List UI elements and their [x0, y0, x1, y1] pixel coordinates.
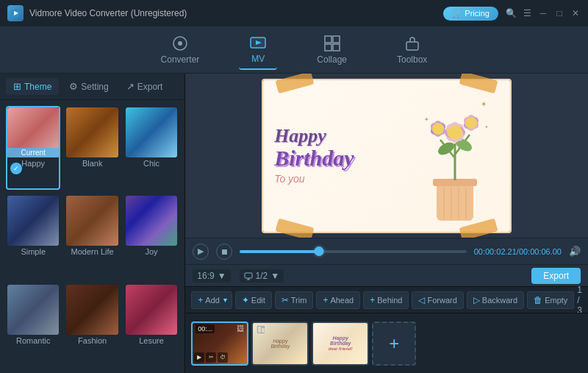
search-icon[interactable]: 🔍: [506, 8, 516, 18]
svg-text:✦: ✦: [481, 100, 487, 108]
svg-point-3: [178, 41, 182, 46]
film-item-3[interactable]: HappyBirthdaydear friend!: [312, 322, 369, 366]
svg-point-27: [432, 123, 444, 135]
aspect-ratio-chevron: ▼: [218, 271, 226, 281]
preview-card-container: Happy Birthday To you: [262, 79, 512, 233]
tab-export-label: Export: [137, 82, 163, 92]
backward-label: Backward: [482, 296, 517, 305]
behind-icon: +: [370, 295, 375, 305]
film-item-2-icon: [256, 324, 266, 338]
film-item-3-text: HappyBirthdaydear friend!: [329, 335, 353, 351]
theme-romantic-label: Romantic: [7, 335, 59, 347]
tab-setting[interactable]: ⚙ Setting: [62, 78, 115, 95]
svg-point-23: [448, 125, 462, 140]
menu-icon[interactable]: ☰: [522, 8, 532, 18]
options-bar: 16:9 ▼ 1/2 ▼ Export: [185, 264, 588, 286]
svg-rect-12: [437, 180, 473, 221]
maximize-icon[interactable]: □: [554, 8, 564, 18]
film-item-1-controls: ▶ ✂ ⏱: [194, 352, 228, 363]
progress-knob[interactable]: [315, 246, 324, 256]
top-navigation: Converter MV Collage Toolbox: [0, 26, 588, 74]
film-play-btn[interactable]: ▶: [194, 352, 204, 363]
export-tab-icon: ↗: [126, 81, 135, 92]
empty-button[interactable]: 🗑 Empty: [527, 291, 574, 309]
film-cut-btn[interactable]: ✂: [206, 352, 216, 363]
theme-modernlife[interactable]: Modern Life: [65, 194, 119, 278]
play-button[interactable]: ▶: [193, 244, 209, 260]
toolbox-icon: [404, 35, 421, 52]
tab-export[interactable]: ↗ Export: [119, 78, 171, 95]
page-count: 1 / 3: [577, 285, 582, 316]
add-label: Add: [205, 296, 220, 305]
toolbox-label: Toolbox: [397, 54, 427, 65]
titlebar: Vidmore Video Converter (Unregistered) 🛒…: [0, 0, 588, 26]
film-item-1-duration: 00:...: [196, 324, 215, 333]
theme-grid: Current ✓ Happy Blank Chic Simple: [0, 100, 184, 373]
time-display: 00:00:02.21/00:00:06.00: [474, 247, 562, 256]
tab-theme[interactable]: ⊞ Theme: [6, 78, 59, 95]
trim-label: Trim: [291, 296, 307, 305]
tab-setting-label: Setting: [81, 82, 108, 92]
add-clip-icon: +: [389, 333, 399, 354]
svg-rect-7: [325, 36, 331, 43]
forward-button[interactable]: ◁ Forward: [412, 291, 463, 309]
theme-fashion[interactable]: Fashion: [65, 283, 119, 367]
flower-illustration: ✦ ✦ ✦: [411, 85, 499, 224]
time-current: 00:00:02.21: [474, 247, 517, 256]
add-button[interactable]: + Add ▼: [191, 291, 232, 309]
pricing-button[interactable]: 🛒 Pricing: [443, 7, 498, 21]
film-image-icon: 🖼: [237, 324, 244, 333]
theme-fashion-label: Fashion: [66, 335, 118, 347]
edit-label: Edit: [251, 296, 265, 305]
birthday-toyou-text: To you: [274, 173, 305, 185]
nav-mv[interactable]: MV: [239, 29, 277, 70]
progress-bar[interactable]: [240, 250, 466, 253]
film-item-1[interactable]: 00:... ▶ ✂ ⏱ 🖼: [191, 322, 248, 366]
export-button[interactable]: Export: [531, 268, 581, 284]
edit-icon: ✦: [242, 295, 249, 305]
panel-tabs: ⊞ Theme ⚙ Setting ↗ Export: [0, 74, 184, 100]
edit-button[interactable]: ✦ Edit: [235, 291, 272, 309]
minimize-icon[interactable]: ─: [538, 8, 548, 18]
nav-collage[interactable]: Collage: [306, 30, 357, 69]
close-icon[interactable]: ✕: [570, 8, 581, 18]
svg-rect-43: [258, 327, 261, 333]
nav-toolbox[interactable]: Toolbox: [387, 30, 437, 69]
theme-simple[interactable]: Simple: [6, 194, 60, 278]
svg-text:✦: ✦: [424, 116, 429, 123]
theme-joy[interactable]: Joy: [124, 194, 179, 278]
theme-blank[interactable]: Blank: [65, 106, 119, 190]
mv-icon: [249, 34, 267, 51]
empty-label: Empty: [545, 296, 567, 305]
app-title: Vidmore Video Converter (Unregistered): [29, 8, 443, 18]
add-clip-button[interactable]: +: [372, 322, 416, 366]
part-selector[interactable]: 1/2 ▼: [240, 269, 284, 283]
theme-blank-label: Blank: [66, 157, 118, 169]
film-clock-btn[interactable]: ⏱: [218, 352, 228, 363]
theme-romantic[interactable]: Romantic: [6, 283, 60, 367]
film-item-2[interactable]: HappyBirthday: [251, 322, 309, 366]
theme-chic[interactable]: Chic: [124, 106, 179, 190]
theme-simple-label: Simple: [7, 246, 59, 257]
forward-label: Forward: [427, 296, 456, 305]
right-panel: Happy Birthday To you: [185, 74, 588, 373]
part-chevron: ▼: [270, 271, 279, 281]
ahead-button[interactable]: + Ahead: [316, 291, 360, 309]
left-panel: ⊞ Theme ⚙ Setting ↗ Export Current ✓ Hap…: [0, 74, 185, 373]
backward-button[interactable]: ▷ Backward: [467, 291, 524, 309]
collage-label: Collage: [317, 54, 347, 65]
app-logo: [7, 5, 24, 21]
theme-happy[interactable]: Current ✓ Happy: [6, 106, 60, 190]
theme-chic-label: Chic: [126, 157, 177, 169]
preview-card: Happy Birthday To you: [262, 79, 512, 233]
nav-converter[interactable]: Converter: [151, 30, 210, 69]
behind-button[interactable]: + Behind: [363, 291, 409, 309]
filmstrip: 00:... ▶ ✂ ⏱ 🖼 HappyBirthday: [185, 313, 588, 373]
trim-button[interactable]: ✂ Trim: [275, 291, 314, 309]
aspect-ratio-selector[interactable]: 16:9 ▼: [193, 269, 230, 283]
stop-button[interactable]: ⏹: [216, 244, 232, 260]
theme-lesure[interactable]: Lesure: [124, 283, 179, 367]
volume-icon[interactable]: 🔊: [569, 246, 581, 257]
birthday-bday-text: Birthday: [274, 146, 354, 170]
ahead-icon: +: [323, 295, 328, 305]
